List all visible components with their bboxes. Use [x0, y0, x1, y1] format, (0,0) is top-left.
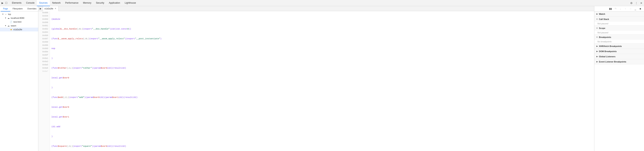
- tab-console[interactable]: Console: [24, 0, 37, 6]
- editor-tab-e1d2a3fe[interactable]: e1d2a3fe ✕: [43, 6, 58, 11]
- tree-arrow-wasm: ▼: [4, 24, 7, 27]
- inspect-icon[interactable]: ▶: [1, 1, 4, 5]
- more-icon[interactable]: ⋮: [634, 1, 638, 5]
- breakpoints-content: No breakpoints: [594, 40, 644, 44]
- tree-icon-wasm: ☁: [7, 24, 10, 27]
- global-listeners-section: ▶ Global Listeners: [594, 54, 644, 59]
- tab-application[interactable]: Application: [107, 0, 122, 6]
- close-devtools-icon[interactable]: ✕: [640, 1, 643, 5]
- top-tabs-right: ⚙ ⋮ ✕: [630, 1, 643, 5]
- code-line-1: (module: [52, 18, 592, 21]
- tab-memory[interactable]: Memory: [81, 0, 94, 6]
- code-content: (module (global $__dso_handle (;0;) (exp…: [50, 11, 594, 151]
- code-line-11: local.get $var1: [52, 115, 592, 118]
- pause-button[interactable]: ▮▮: [608, 7, 612, 11]
- scope-arrow-icon: ▼: [596, 27, 598, 29]
- watch-section-header[interactable]: ▶ Watch: [594, 12, 644, 16]
- tree-item-e1d2a3fe[interactable]: ■ e1d2a3fe: [0, 28, 38, 32]
- main-area: Page Filesystem Overrides Content script…: [0, 6, 644, 151]
- scope-section-header[interactable]: ▼ Scope: [594, 26, 644, 31]
- code-line-5: ): [52, 57, 592, 60]
- editor-tab-close-button[interactable]: ✕: [54, 7, 57, 10]
- tree-arrow-top: ▼: [2, 13, 4, 16]
- code-editor[interactable]: 0x000 0x036 0x08d 0x090 0x091 0x092 0x09…: [38, 11, 594, 151]
- left-panel: Page Filesystem Overrides Content script…: [0, 6, 38, 151]
- scope-content: Not paused: [594, 31, 644, 34]
- step-out-button[interactable]: ↑: [623, 7, 628, 11]
- tree-item-localhost[interactable]: ▼ ☁ localhost:8080: [0, 16, 38, 20]
- code-line-10: local.get $var0: [52, 106, 592, 109]
- sub-tab-overrides[interactable]: Overrides: [25, 6, 39, 12]
- tab-security[interactable]: Security: [94, 0, 106, 6]
- file-tree: ▼ ○ top ▼ ☁ localhost:8080 📄 test.html ▼…: [0, 12, 38, 32]
- dom-breakpoints-header[interactable]: ▶ DOM Breakpoints: [594, 49, 644, 54]
- call-stack-arrow-icon: ▼: [596, 18, 598, 20]
- dom-breakpoints-section: ▶ DOM Breakpoints: [594, 49, 644, 54]
- call-stack-section-header[interactable]: ▼ Call Stack: [594, 17, 644, 22]
- scope-section: ▼ Scope Not paused: [594, 26, 644, 35]
- code-line-6: (func $toChar (;1;) (export "toChar") (p…: [52, 66, 592, 70]
- tree-icon-e1d2a3fe: ■: [10, 28, 13, 31]
- call-stack-section: ▼ Call Stack Not paused: [594, 17, 644, 26]
- sub-tab-filesystem[interactable]: Filesystem: [10, 6, 25, 12]
- watch-section: ▶ Watch: [594, 12, 644, 17]
- editor-panel: ▶ e1d2a3fe ✕ 0x000 0x036 0x08d 0x090 0x0…: [38, 6, 594, 151]
- tree-arrow-localhost: ▼: [4, 17, 7, 19]
- breakpoints-section-header[interactable]: ▼ Breakpoints: [594, 35, 644, 40]
- tab-sources[interactable]: Sources: [37, 0, 50, 6]
- event-listener-breakpoints-section: ▶ Event Listener Breakpoints: [594, 59, 644, 64]
- tree-icon-top: ○: [4, 13, 7, 16]
- step-over-button[interactable]: ↷: [613, 7, 618, 11]
- devtools-icons: ▶ ☐: [1, 1, 8, 5]
- tab-network[interactable]: Network: [50, 0, 63, 6]
- sub-tabs: Page Filesystem Overrides Content script…: [0, 6, 38, 12]
- dom-arrow-icon: ▶: [596, 50, 598, 52]
- call-stack-content: Not paused: [594, 22, 644, 26]
- global-listeners-header[interactable]: ▶ Global Listeners: [594, 54, 644, 59]
- code-line-12: i32.add: [52, 125, 592, 128]
- sub-tab-page[interactable]: Page: [1, 6, 10, 12]
- code-line-4: nop: [52, 47, 592, 50]
- tab-performance[interactable]: Performance: [63, 0, 81, 6]
- event-arrow-icon: ▶: [596, 60, 598, 63]
- editor-tab-bar: ▶ e1d2a3fe ✕: [38, 6, 594, 11]
- debugger-toolbar: ▮▮ ↷ ↓ ↑ → ⎯ ■: [594, 6, 644, 12]
- event-listener-breakpoints-header[interactable]: ▶ Event Listener Breakpoints: [594, 59, 644, 64]
- deactivate-breakpoints-button[interactable]: ⎯: [633, 7, 638, 11]
- watch-arrow-icon: ▶: [596, 13, 598, 15]
- code-line-2: (global $__dso_handle (;0;) (export "__d…: [52, 28, 592, 31]
- step-button[interactable]: →: [628, 7, 632, 11]
- tree-item-test-html[interactable]: 📄 test.html: [0, 20, 38, 24]
- xhr-breakpoints-header[interactable]: ▶ XHR/fetch Breakpoints: [594, 44, 644, 49]
- line-numbers: 0x000 0x036 0x08d 0x090 0x091 0x092 0x09…: [38, 11, 50, 151]
- code-line-3: (func $__wasm_apply_relocs (;0;) (export…: [52, 37, 592, 40]
- breakpoints-section: ▼ Breakpoints No breakpoints: [594, 35, 644, 44]
- device-icon[interactable]: ☐: [4, 1, 8, 5]
- code-line-8: ): [52, 86, 592, 89]
- code-line-13: ): [52, 135, 592, 138]
- global-arrow-icon: ▶: [596, 56, 598, 58]
- tree-icon-localhost: ☁: [7, 16, 10, 20]
- breakpoints-arrow-icon: ▼: [596, 36, 598, 38]
- editor-nav-button[interactable]: ▶: [38, 6, 43, 11]
- tab-elements[interactable]: Elements: [10, 0, 24, 6]
- code-line-9: (func $add (;2;) (export "add") (param $…: [52, 96, 592, 99]
- settings-icon[interactable]: ⚙: [630, 1, 633, 5]
- tree-icon-test-html: 📄: [10, 20, 13, 24]
- top-tab-bar: ▶ ☐ Elements Console Sources Network Per…: [0, 0, 644, 6]
- tree-item-top[interactable]: ▼ ○ top: [0, 12, 38, 16]
- code-line-7: local.get $var0: [52, 76, 592, 80]
- code-line-14: (func $square (;3;) (export "square") (p…: [52, 145, 592, 148]
- dont-pause-on-exceptions-button[interactable]: ■: [638, 7, 642, 11]
- xhr-breakpoints-section: ▶ XHR/fetch Breakpoints: [594, 44, 644, 49]
- xhr-arrow-icon: ▶: [596, 45, 598, 47]
- tree-item-wasm[interactable]: ▼ ☁ wasm: [0, 24, 38, 28]
- tab-lighthouse[interactable]: Lighthouse: [122, 0, 138, 6]
- debugger-panel: ▮▮ ↷ ↓ ↑ → ⎯ ■ ▶ Watch ▼ Call Stack Not …: [594, 6, 644, 151]
- step-into-button[interactable]: ↓: [618, 7, 622, 11]
